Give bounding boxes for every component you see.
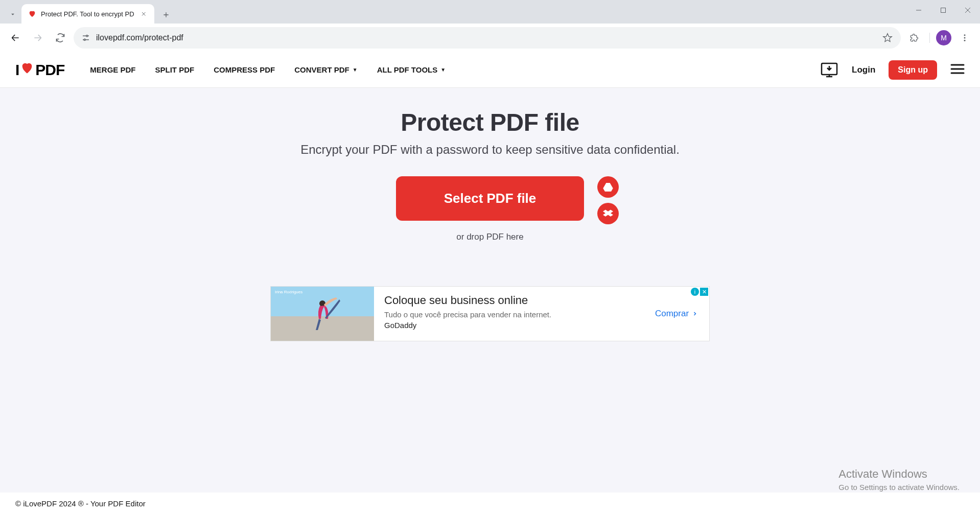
desktop-app-button[interactable]: [820, 62, 838, 78]
nav-convert[interactable]: CONVERT PDF▼: [294, 65, 357, 74]
cloud-upload-buttons: [597, 176, 619, 224]
footer: © iLovePDF 2024 ® - Your PDF Editor: [0, 493, 980, 514]
browser-chrome: Protect PDF. Tool to encrypt PD: [0, 0, 980, 52]
nav-split[interactable]: SPLIT PDF: [155, 65, 195, 74]
reload-button[interactable]: [51, 29, 69, 47]
chevron-down-icon: ▼: [353, 67, 358, 73]
tab-bar: Protect PDF. Tool to encrypt PD: [0, 0, 980, 24]
logo[interactable]: I PDF: [15, 61, 64, 79]
minimize-button[interactable]: [906, 0, 931, 20]
dropbox-icon: [603, 209, 613, 218]
drop-hint: or drop PDF here: [0, 232, 980, 242]
chevron-down-icon: ▼: [440, 67, 446, 73]
ad-image: Irina Rodrigues: [271, 287, 374, 341]
profile-button[interactable]: M: [936, 30, 951, 45]
close-icon: [141, 11, 147, 17]
watermark-subtitle: Go to Settings to activate Windows.: [838, 483, 960, 492]
puzzle-icon: [909, 33, 919, 43]
nav-merge[interactable]: MERGE PDF: [90, 65, 135, 74]
ad-text: Coloque seu business online Tudo o que v…: [374, 287, 644, 341]
svg-point-4: [964, 37, 966, 39]
minimize-icon: [916, 7, 922, 13]
nav-compress[interactable]: COMPRESS PDF: [214, 65, 275, 74]
ad-close-button[interactable]: ✕: [700, 288, 708, 296]
browser-menu-button[interactable]: [955, 29, 974, 47]
star-icon: [882, 33, 893, 43]
window-controls: [906, 0, 980, 20]
ad-info-button[interactable]: i: [691, 288, 699, 296]
page-title: Protect PDF file: [0, 108, 980, 136]
tab-close-button[interactable]: [139, 9, 148, 18]
maximize-button[interactable]: [931, 0, 955, 20]
back-button[interactable]: [6, 29, 25, 47]
watermark-title: Activate Windows: [838, 468, 960, 481]
google-drive-button[interactable]: [597, 176, 619, 198]
arrow-right-icon: [33, 33, 43, 43]
kebab-icon: [960, 33, 969, 42]
google-drive-icon: [603, 182, 613, 192]
forward-button[interactable]: [29, 29, 47, 47]
tabs-search-button[interactable]: [4, 5, 21, 24]
tab-title: Protect PDF. Tool to encrypt PD: [41, 10, 135, 18]
login-link[interactable]: Login: [852, 65, 875, 75]
header-right: Login Sign up: [820, 60, 965, 80]
tune-icon: [81, 33, 90, 42]
page-subtitle: Encrypt your PDF with a password to keep…: [0, 143, 980, 157]
monitor-download-icon: [820, 62, 838, 78]
chevron-down-icon: [9, 11, 16, 18]
heart-icon: [28, 9, 37, 18]
arrow-left-icon: [10, 33, 20, 43]
chevron-right-icon: [692, 311, 698, 317]
plus-icon: [162, 11, 170, 19]
svg-rect-0: [941, 8, 946, 13]
hero: Protect PDF file Encrypt your PDF with a…: [0, 88, 980, 242]
new-tab-button[interactable]: [157, 6, 175, 24]
main-content: Protect PDF file Encrypt your PDF with a…: [0, 88, 980, 514]
ad-banner[interactable]: Irina Rodrigues Coloque seu business onl…: [270, 286, 710, 341]
site-header: I PDF MERGE PDF SPLIT PDF COMPRESS PDF C…: [0, 52, 980, 88]
ad-subtitle: Tudo o que você precisa para vender na i…: [384, 310, 634, 319]
reload-icon: [55, 33, 65, 43]
footer-text: © iLovePDF 2024 ® - Your PDF Editor: [15, 499, 146, 508]
close-icon: [965, 7, 971, 13]
dropbox-button[interactable]: [597, 203, 619, 224]
extensions-button[interactable]: [905, 29, 923, 47]
signup-button[interactable]: Sign up: [889, 60, 937, 80]
bookmark-button[interactable]: [881, 32, 894, 44]
maximize-icon: [940, 7, 946, 13]
main-nav: MERGE PDF SPLIT PDF COMPRESS PDF CONVERT…: [90, 65, 446, 74]
svg-point-1: [86, 35, 88, 37]
hamburger-menu[interactable]: [950, 63, 965, 77]
person-stretching-icon: [299, 293, 345, 334]
upload-area: Select PDF file: [0, 176, 980, 221]
windows-activation-watermark: Activate Windows Go to Settings to activ…: [838, 468, 960, 492]
address-bar: ilovepdf.com/protect-pdf M: [0, 24, 980, 52]
site-info-button[interactable]: [81, 33, 91, 43]
svg-point-2: [84, 39, 85, 40]
svg-point-5: [964, 40, 966, 41]
svg-point-3: [964, 34, 966, 36]
url-text: ilovepdf.com/protect-pdf: [96, 33, 876, 42]
url-field[interactable]: ilovepdf.com/protect-pdf: [74, 27, 901, 49]
nav-all-tools[interactable]: ALL PDF TOOLS▼: [377, 65, 446, 74]
select-file-button[interactable]: Select PDF file: [396, 176, 585, 221]
heart-icon: [20, 61, 34, 79]
ad-info-controls: i ✕: [691, 288, 708, 296]
hamburger-icon: [950, 63, 965, 75]
ad-image-label: Irina Rodrigues: [275, 290, 302, 294]
close-window-button[interactable]: [955, 0, 980, 20]
ad-title: Coloque seu business online: [384, 294, 634, 307]
divider: [929, 33, 930, 43]
ad-brand: GoDaddy: [384, 321, 634, 330]
browser-tab[interactable]: Protect PDF. Tool to encrypt PD: [21, 4, 154, 24]
